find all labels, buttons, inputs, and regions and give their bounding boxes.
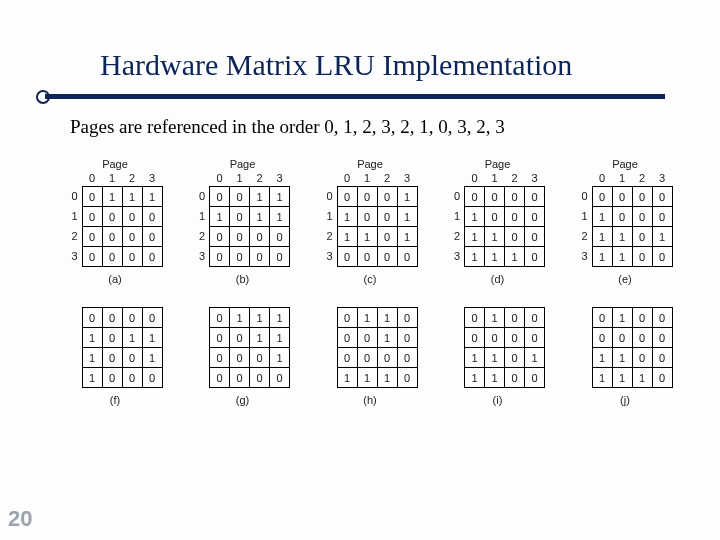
matrix-cell: 1 bbox=[82, 368, 102, 388]
matrix-cell: 0 bbox=[82, 308, 102, 328]
matrix-cell: 1 bbox=[397, 207, 417, 227]
matrix-cell: 0 bbox=[337, 308, 357, 328]
col-header: 1 bbox=[612, 172, 632, 184]
matrix-cell: 0 bbox=[357, 328, 377, 348]
matrix-cell: 1 bbox=[465, 227, 485, 247]
matrix-cell: 0 bbox=[465, 308, 485, 328]
title-rule bbox=[45, 94, 665, 99]
matrix-cell: 0 bbox=[337, 187, 357, 207]
matrix-cell: 0 bbox=[505, 227, 525, 247]
matrix-cell: 0 bbox=[122, 227, 142, 247]
matrix-cell: 0 bbox=[230, 368, 250, 388]
matrix-cell: 1 bbox=[142, 328, 162, 348]
matrix-cell: 0 bbox=[337, 348, 357, 368]
matrix-cell: 0 bbox=[505, 308, 525, 328]
matrix-cell: 0 bbox=[270, 227, 290, 247]
matrix-caption: (f) bbox=[110, 394, 120, 406]
matrix-cell: 1 bbox=[337, 227, 357, 247]
matrix-cell: 0 bbox=[82, 247, 102, 267]
matrix-cell: 1 bbox=[652, 227, 672, 247]
row-header: 2 bbox=[450, 226, 460, 246]
matrix-grid: 0011101100000000 bbox=[209, 186, 290, 267]
matrix-cell: 1 bbox=[142, 348, 162, 368]
matrix-cell: 0 bbox=[142, 368, 162, 388]
matrix-col-headers: 0123 bbox=[592, 172, 672, 184]
matrix-cell: 0 bbox=[485, 187, 505, 207]
matrix-grid: 0110001000001110 bbox=[337, 307, 418, 388]
matrix-cell: 0 bbox=[230, 348, 250, 368]
matrix-cell: 0 bbox=[592, 187, 612, 207]
matrix-cell: 0 bbox=[652, 348, 672, 368]
matrix-cell: 0 bbox=[210, 308, 230, 328]
col-header: 3 bbox=[270, 172, 290, 184]
col-header: 2 bbox=[505, 172, 525, 184]
matrix-cell: 1 bbox=[485, 247, 505, 267]
matrix-cell: 1 bbox=[250, 328, 270, 348]
matrix-cell: 0 bbox=[122, 348, 142, 368]
matrix-cell: 0 bbox=[397, 368, 417, 388]
matrix-page-label: Page bbox=[485, 158, 511, 170]
matrix-col-headers: 0123 bbox=[465, 172, 545, 184]
matrix-cell: 1 bbox=[632, 368, 652, 388]
col-header: 3 bbox=[397, 172, 417, 184]
matrix-cell: 1 bbox=[465, 348, 485, 368]
matrix-cell: 0 bbox=[377, 187, 397, 207]
matrix-cell: 1 bbox=[377, 368, 397, 388]
col-header: 1 bbox=[230, 172, 250, 184]
matrix-cell: 0 bbox=[250, 348, 270, 368]
row-header: 3 bbox=[450, 246, 460, 266]
matrix-cell: 0 bbox=[652, 328, 672, 348]
matrix-cell: 0 bbox=[210, 328, 230, 348]
row-header: 0 bbox=[195, 186, 205, 206]
matrix-cell: 0 bbox=[397, 328, 417, 348]
matrix-grid: 0000101110011000 bbox=[82, 307, 163, 388]
matrix-block: 0111001100010000(g) bbox=[188, 307, 298, 406]
matrix-cell: 0 bbox=[250, 227, 270, 247]
matrix-cell: 0 bbox=[82, 207, 102, 227]
matrix-cell: 0 bbox=[525, 368, 545, 388]
row-header: 3 bbox=[323, 246, 333, 266]
col-header: 1 bbox=[357, 172, 377, 184]
matrix-block: 0000101110011000(f) bbox=[60, 307, 170, 406]
matrix-cell: 0 bbox=[525, 207, 545, 227]
row-header: 1 bbox=[578, 206, 588, 226]
row-header: 3 bbox=[195, 246, 205, 266]
matrix-cell: 0 bbox=[505, 187, 525, 207]
matrix-cell: 0 bbox=[230, 207, 250, 227]
matrix-cell: 1 bbox=[592, 247, 612, 267]
matrix-block: 0110001000001110(h) bbox=[315, 307, 425, 406]
matrix-col-headers: 0123 bbox=[82, 172, 162, 184]
matrix-cell: 1 bbox=[230, 308, 250, 328]
col-header: 2 bbox=[122, 172, 142, 184]
matrix-grid: 0000100011011100 bbox=[592, 186, 673, 267]
row-header: 0 bbox=[323, 186, 333, 206]
matrix-row-headers: 0123 bbox=[578, 186, 588, 267]
matrix-cell: 1 bbox=[505, 247, 525, 267]
matrix-cell: 1 bbox=[337, 368, 357, 388]
matrix-cell: 0 bbox=[337, 247, 357, 267]
matrix-cell: 1 bbox=[122, 328, 142, 348]
matrix-cell: 0 bbox=[377, 348, 397, 368]
matrix-cell: 0 bbox=[357, 247, 377, 267]
matrix-cell: 1 bbox=[270, 348, 290, 368]
col-header: 0 bbox=[337, 172, 357, 184]
col-header: 0 bbox=[210, 172, 230, 184]
matrix-row-headers: 0123 bbox=[323, 186, 333, 267]
matrix-block: 0100000011011100(i) bbox=[443, 307, 553, 406]
row-header: 0 bbox=[450, 186, 460, 206]
matrix-cell: 0 bbox=[632, 187, 652, 207]
matrix-cell: 0 bbox=[525, 308, 545, 328]
matrix-cell: 0 bbox=[230, 247, 250, 267]
matrix-cell: 0 bbox=[505, 328, 525, 348]
matrix-grid: 0111001100010000 bbox=[209, 307, 290, 388]
matrix-cell: 0 bbox=[505, 368, 525, 388]
matrix-cell: 0 bbox=[270, 247, 290, 267]
matrix-cell: 0 bbox=[525, 227, 545, 247]
matrix-cell: 0 bbox=[397, 308, 417, 328]
lru-figure: Page012301230111000000000000(a)Page01230… bbox=[60, 158, 680, 428]
matrix-cell: 0 bbox=[142, 247, 162, 267]
matrix-cell: 0 bbox=[357, 187, 377, 207]
matrix-cell: 1 bbox=[250, 207, 270, 227]
row-header: 2 bbox=[323, 226, 333, 246]
matrix-cell: 1 bbox=[357, 227, 377, 247]
